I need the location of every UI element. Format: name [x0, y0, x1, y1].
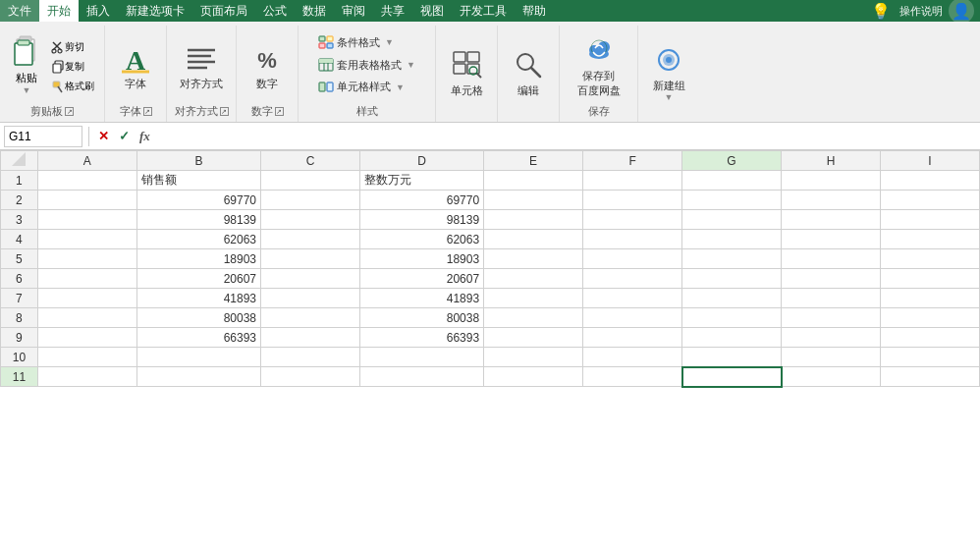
cell-d8[interactable]: 80038: [359, 308, 483, 328]
row-header-9[interactable]: 9: [1, 328, 38, 348]
menu-insert[interactable]: 插入: [79, 0, 118, 22]
cell-b4[interactable]: 62063: [136, 230, 260, 249]
cell-c1[interactable]: [261, 171, 360, 191]
cell-b11[interactable]: [136, 367, 260, 387]
cell-i8[interactable]: [880, 308, 979, 328]
col-header-c[interactable]: C: [261, 151, 360, 171]
menu-new-tab[interactable]: 新建选项卡: [118, 0, 192, 22]
name-box[interactable]: [4, 126, 82, 147]
col-header-h[interactable]: H: [782, 151, 881, 171]
cell-g2[interactable]: [682, 191, 782, 210]
cell-c10[interactable]: [261, 348, 360, 367]
cell-d1[interactable]: 整数万元: [359, 171, 483, 191]
cell-d7[interactable]: 41893: [359, 289, 483, 308]
row-header-10[interactable]: 10: [1, 348, 38, 367]
row-header-5[interactable]: 5: [1, 249, 38, 269]
cell-f4[interactable]: [583, 230, 682, 249]
cell-g11[interactable]: [682, 367, 782, 387]
cell-a1[interactable]: [37, 171, 136, 191]
cell-i11[interactable]: [880, 367, 979, 387]
cell-d11[interactable]: [359, 367, 483, 387]
cell-b5[interactable]: 18903: [136, 249, 260, 269]
cell-c7[interactable]: [261, 289, 360, 308]
cell-a4[interactable]: [37, 230, 136, 249]
cell-e3[interactable]: [484, 210, 583, 230]
cell-f9[interactable]: [583, 328, 682, 348]
menu-file[interactable]: 文件: [0, 0, 39, 22]
cell-d9[interactable]: 66393: [359, 328, 483, 348]
cell-h9[interactable]: [782, 328, 881, 348]
col-header-g[interactable]: G: [682, 151, 782, 171]
cell-style-button[interactable]: 单元格样式 ▼: [313, 77, 420, 97]
row-header-7[interactable]: 7: [1, 289, 38, 308]
menu-start[interactable]: 开始: [39, 0, 79, 22]
cell-c3[interactable]: [261, 210, 360, 230]
cell-g8[interactable]: [682, 308, 782, 328]
cell-h8[interactable]: [782, 308, 881, 328]
font-button[interactable]: A 字体: [111, 35, 160, 95]
cell-i7[interactable]: [880, 289, 979, 308]
cell-c5[interactable]: [261, 249, 360, 269]
number-expand-icon[interactable]: ↗: [275, 107, 284, 116]
col-header-a[interactable]: A: [37, 151, 136, 171]
row-header-3[interactable]: 3: [1, 210, 38, 230]
menu-page-layout[interactable]: 页面布局: [192, 0, 255, 22]
cell-c11[interactable]: [261, 367, 360, 387]
cell-f11[interactable]: [583, 367, 682, 387]
cell-g6[interactable]: [682, 269, 782, 289]
formula-fx-icon[interactable]: fx: [136, 128, 153, 145]
cell-g3[interactable]: [682, 210, 782, 230]
cell-d5[interactable]: 18903: [359, 249, 483, 269]
cell-b2[interactable]: 69770: [136, 191, 260, 210]
cell-c4[interactable]: [261, 230, 360, 249]
alignment-expand-icon[interactable]: ↗: [220, 107, 229, 116]
formula-input[interactable]: [157, 130, 976, 143]
col-header-f[interactable]: F: [583, 151, 682, 171]
cell-c2[interactable]: [261, 191, 360, 210]
row-header-6[interactable]: 6: [1, 269, 38, 289]
cell-i9[interactable]: [880, 328, 979, 348]
menu-share[interactable]: 共享: [373, 0, 412, 22]
cell-c6[interactable]: [261, 269, 360, 289]
cell-b1[interactable]: 销售额: [136, 171, 260, 191]
row-header-11[interactable]: 11: [1, 367, 38, 387]
cell-e11[interactable]: [484, 367, 583, 387]
cell-f3[interactable]: [583, 210, 682, 230]
save-baidu-button[interactable]: 保存到 百度网盘: [571, 27, 627, 102]
alignment-button[interactable]: 对齐方式: [173, 35, 230, 95]
cell-a5[interactable]: [37, 249, 136, 269]
cell-h4[interactable]: [782, 230, 881, 249]
cell-b3[interactable]: 98139: [136, 210, 260, 230]
cell-b6[interactable]: 20607: [136, 269, 260, 289]
cell-e10[interactable]: [484, 348, 583, 367]
cell-c8[interactable]: [261, 308, 360, 328]
cell-i2[interactable]: [880, 191, 979, 210]
bulb-icon-btn[interactable]: 💡: [868, 0, 894, 24]
cell-f1[interactable]: [583, 171, 682, 191]
cell-e1[interactable]: [484, 171, 583, 191]
cell-d3[interactable]: 98139: [359, 210, 483, 230]
number-button[interactable]: % 数字: [243, 35, 292, 95]
conditional-format-button[interactable]: 条件格式 ▼: [313, 32, 420, 53]
row-header-2[interactable]: 2: [1, 191, 38, 210]
format-painter-button[interactable]: 格式刷: [47, 78, 98, 95]
cell-b9[interactable]: 66393: [136, 328, 260, 348]
cell-a2[interactable]: [37, 191, 136, 210]
cell-d2[interactable]: 69770: [359, 191, 483, 210]
cell-g7[interactable]: [682, 289, 782, 308]
row-header-1[interactable]: 1: [1, 171, 38, 191]
cell-f8[interactable]: [583, 308, 682, 328]
cells-button[interactable]: 单元格: [442, 42, 491, 102]
row-header-4[interactable]: 4: [1, 230, 38, 249]
cell-i4[interactable]: [880, 230, 979, 249]
cell-h10[interactable]: [782, 348, 881, 367]
cell-e7[interactable]: [484, 289, 583, 308]
cell-a8[interactable]: [37, 308, 136, 328]
cell-f6[interactable]: [583, 269, 682, 289]
row-header-8[interactable]: 8: [1, 308, 38, 328]
cell-g5[interactable]: [682, 249, 782, 269]
formula-cancel-icon[interactable]: ✕: [95, 128, 112, 144]
menu-data[interactable]: 数据: [295, 0, 334, 22]
cell-g9[interactable]: [682, 328, 782, 348]
cell-h11[interactable]: [782, 367, 881, 387]
